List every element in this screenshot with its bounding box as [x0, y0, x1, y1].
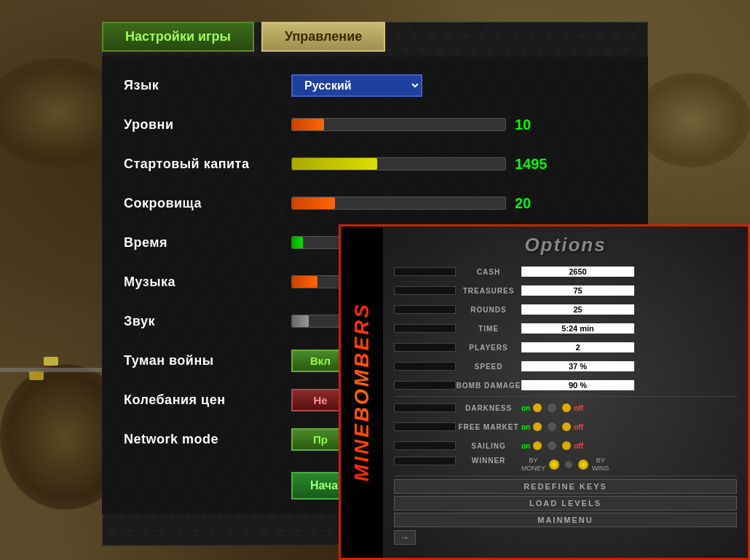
sailing-bar — [394, 441, 456, 450]
players-row: PLAYERS — [394, 339, 737, 355]
bomb-damage-label: BOMB DAMAGE — [456, 382, 521, 390]
sailing-dot2 — [548, 441, 556, 450]
speed-row: SPEED — [394, 358, 737, 374]
time-opt-label: TIME — [456, 325, 521, 333]
arrow-button[interactable]: → — [394, 530, 416, 545]
free-market-label: FREE MARKET — [456, 423, 521, 431]
treasures-value: 20 — [515, 195, 558, 212]
start-capital-label: Стартовый капита — [124, 157, 291, 172]
players-input[interactable] — [521, 342, 634, 352]
music-label: Музыка — [124, 275, 291, 290]
start-capital-row: Стартовый капита 1495 — [124, 150, 626, 178]
levels-value: 10 — [515, 117, 558, 133]
options-panel: Options CASH TREASURES ROUNDS TIME PLAYE… — [383, 226, 748, 558]
free-market-bar — [394, 422, 456, 431]
treasures-row: Сокровища 20 — [124, 189, 626, 217]
language-dropdown[interactable]: Русский English — [291, 74, 422, 97]
fog-label: Туман войны — [124, 353, 291, 368]
music-slider-fill — [292, 276, 317, 288]
bomb-damage-input[interactable] — [521, 380, 634, 390]
winner-radio2[interactable] — [565, 461, 572, 468]
minebombers-logo: MINEBOMBERS — [341, 226, 383, 558]
sailing-off[interactable]: off — [574, 442, 583, 450]
winner-wins-label: BYWINS — [592, 457, 609, 473]
tab-controls[interactable]: Управление — [261, 22, 385, 52]
speed-input[interactable] — [521, 361, 634, 371]
treasures-opt-label: TREASURES — [456, 287, 521, 295]
winner-radio3[interactable] — [578, 460, 588, 470]
darkness-label: DARKNESS — [456, 404, 521, 412]
winner-row: WINNER BYMONEY BYWINS — [394, 457, 737, 473]
darkness-dot1 — [533, 403, 542, 412]
start-capital-slider[interactable] — [291, 157, 506, 170]
tab-bar: Настройки игры Управление — [102, 22, 385, 52]
free-market-row: FREE MARKET on off — [394, 419, 737, 435]
players-bar — [394, 343, 456, 352]
darkness-off[interactable]: off — [574, 404, 583, 412]
sailing-label: SAILING — [456, 442, 521, 450]
vehicle-icon — [29, 371, 44, 380]
tab-settings[interactable]: Настройки игры — [102, 22, 254, 52]
price-fluctuation-label: Колебания цен — [124, 393, 291, 408]
terrain-patch — [633, 73, 750, 167]
treasures-opt-row: TREASURES — [394, 283, 737, 299]
sailing-row: SAILING on off — [394, 438, 737, 454]
rounds-bar — [394, 305, 456, 314]
free-market-on[interactable]: on — [521, 423, 530, 431]
minebombers-panel: MINEBOMBERS Options CASH TREASURES ROUND… — [339, 224, 750, 560]
darkness-on[interactable]: on — [521, 404, 530, 412]
redefine-keys-button[interactable]: REDEFINE KEYS — [394, 479, 737, 494]
load-levels-button[interactable]: LOAD LEVELS — [394, 496, 737, 510]
treasures-label: Сокровища — [124, 196, 291, 211]
start-capital-slider-fill — [292, 158, 377, 170]
speed-label: SPEED — [456, 363, 521, 371]
free-market-dot3 — [562, 422, 571, 431]
levels-slider-fill — [292, 119, 324, 130]
language-label: Язык — [124, 78, 291, 93]
minebombers-logo-text: MINEBOMBERS — [350, 302, 374, 481]
levels-row: Уровни 10 — [124, 111, 626, 138]
cash-bar — [394, 267, 456, 276]
time-opt-bar — [394, 324, 456, 333]
treasures-opt-input[interactable] — [521, 285, 634, 296]
free-market-off[interactable]: off — [574, 423, 583, 431]
speed-bar — [394, 362, 456, 371]
time-label: Время — [124, 235, 291, 251]
sailing-dot1 — [533, 441, 542, 450]
time-slider-fill — [292, 237, 303, 248]
free-market-dot2 — [548, 422, 556, 431]
sound-label: Звук — [124, 314, 291, 329]
language-row: Язык Русский English — [124, 71, 626, 99]
winner-money-label: BYMONEY — [521, 457, 545, 473]
sailing-dot3 — [562, 441, 571, 450]
free-market-dot1 — [533, 422, 542, 431]
sound-slider-fill — [292, 315, 309, 327]
winner-radio1[interactable] — [549, 460, 559, 470]
time-opt-row: TIME — [394, 320, 737, 336]
winner-bar — [394, 457, 456, 465]
rounds-input[interactable] — [521, 304, 634, 315]
treasures-opt-bar — [394, 286, 456, 295]
cash-row: CASH — [394, 264, 737, 280]
rounds-label: ROUNDS — [456, 306, 521, 314]
darkness-dot2 — [548, 403, 556, 412]
winner-label: WINNER — [456, 457, 521, 465]
darkness-row: DARKNESS on off — [394, 400, 737, 416]
network-mode-label: Network mode — [124, 432, 291, 447]
treasures-slider[interactable] — [291, 197, 506, 210]
time-opt-input[interactable] — [521, 323, 634, 334]
cash-input[interactable] — [521, 267, 634, 277]
darkness-dot3 — [562, 403, 571, 412]
darkness-bar — [394, 403, 456, 412]
sailing-on[interactable]: on — [521, 442, 530, 450]
treasures-slider-fill — [292, 197, 335, 209]
levels-slider[interactable] — [291, 118, 506, 131]
bomb-damage-row: BOMB DAMAGE — [394, 377, 737, 393]
start-capital-value: 1495 — [515, 156, 558, 173]
mainmenu-button[interactable]: MAINMENU — [394, 513, 737, 527]
bomb-damage-bar — [394, 381, 456, 390]
rounds-row: ROUNDS — [394, 301, 737, 318]
vehicle-icon — [44, 357, 58, 366]
players-label: PLAYERS — [456, 344, 521, 352]
separator — [394, 396, 737, 397]
